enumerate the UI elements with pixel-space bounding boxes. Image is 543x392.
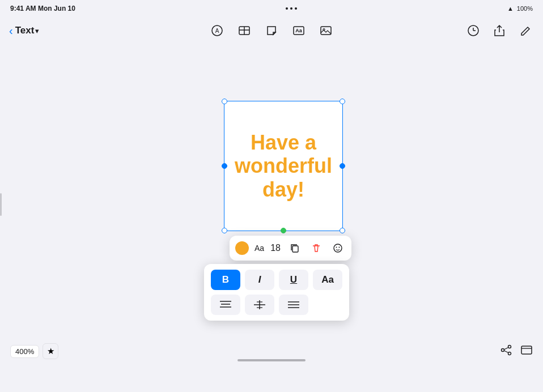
- bottom-right: [500, 344, 533, 359]
- copy-button[interactable]: [287, 240, 303, 256]
- text-content: Have a wonderful day!: [230, 131, 337, 201]
- format-popup: B I U Aa: [204, 264, 349, 321]
- handle-bottom-left[interactable]: [222, 228, 227, 233]
- handle-middle-right[interactable]: [340, 163, 345, 169]
- zoom-level[interactable]: 400%: [10, 345, 39, 358]
- svg-point-27: [508, 345, 511, 348]
- svg-rect-31: [521, 346, 532, 354]
- share-icon[interactable]: [491, 22, 508, 39]
- list-button[interactable]: [279, 295, 308, 315]
- dot-2: [290, 7, 292, 10]
- font-button[interactable]: Aa: [313, 270, 342, 290]
- sticky-note-icon[interactable]: [263, 22, 280, 39]
- svg-rect-7: [321, 27, 331, 35]
- align-button[interactable]: [211, 295, 240, 315]
- connect-icon[interactable]: [500, 344, 512, 359]
- font-size[interactable]: 18: [270, 243, 281, 253]
- table-icon[interactable]: [236, 22, 253, 39]
- document-title: Text: [15, 25, 35, 36]
- svg-point-13: [334, 244, 342, 252]
- svg-point-28: [508, 352, 511, 355]
- float-toolbar: Aa 18: [230, 236, 351, 261]
- battery-icon: 100%: [517, 5, 533, 12]
- canvas-area: Have a wonderful day! Aa 18: [0, 44, 543, 365]
- svg-rect-12: [292, 246, 298, 252]
- toolbar-right: [334, 22, 534, 39]
- image-insert-icon[interactable]: [317, 22, 334, 39]
- toolbar-center: A Aa: [209, 22, 334, 39]
- status-bar: 9:41 AM Mon Jun 10 ▲ 100%: [0, 0, 543, 17]
- dot-1: [286, 7, 288, 10]
- svg-point-14: [336, 247, 337, 248]
- zoom-badge: 400% ★: [10, 343, 58, 359]
- svg-text:A: A: [215, 28, 219, 34]
- bold-button[interactable]: B: [211, 270, 240, 290]
- status-center-dots: [286, 7, 297, 10]
- svg-line-30: [504, 351, 508, 353]
- handle-bottom-middle[interactable]: [281, 228, 286, 233]
- dot-3: [295, 7, 297, 10]
- text-insert-icon[interactable]: Aa: [290, 22, 307, 39]
- font-style-icon[interactable]: Aa: [254, 244, 264, 253]
- handle-top-right[interactable]: [340, 99, 345, 104]
- clock-icon[interactable]: [465, 22, 482, 39]
- scroll-indicator: [0, 193, 2, 216]
- main-toolbar: ‹ Text ▾ A: [0, 17, 543, 44]
- wifi-icon: ▲: [507, 5, 514, 12]
- color-swatch[interactable]: [235, 241, 249, 255]
- format-row-2: [211, 295, 342, 315]
- home-indicator: [237, 359, 306, 361]
- star-button[interactable]: ★: [43, 343, 58, 359]
- handle-bottom-right[interactable]: [340, 228, 345, 233]
- title-chevron-icon: ▾: [35, 27, 39, 35]
- svg-point-15: [339, 247, 340, 248]
- format-row-1: B I U Aa: [211, 270, 342, 290]
- svg-text:Aa: Aa: [295, 28, 302, 33]
- star-icon: ★: [47, 346, 54, 356]
- title-wrap[interactable]: Text ▾: [15, 25, 40, 36]
- edit-icon[interactable]: [517, 22, 534, 39]
- distribute-button[interactable]: [245, 295, 274, 315]
- shapes-icon[interactable]: A: [209, 22, 226, 39]
- handle-middle-left[interactable]: [222, 163, 227, 169]
- svg-point-26: [502, 348, 504, 351]
- toolbar-left: ‹ Text ▾: [9, 24, 209, 37]
- emoji-button[interactable]: [330, 240, 346, 256]
- status-right: ▲ 100%: [507, 5, 533, 12]
- svg-line-29: [504, 347, 508, 350]
- back-button[interactable]: ‹: [9, 24, 13, 37]
- underline-button[interactable]: U: [279, 270, 308, 290]
- expand-icon[interactable]: [520, 344, 533, 359]
- delete-button[interactable]: [308, 240, 324, 256]
- handle-top-left[interactable]: [222, 99, 227, 104]
- italic-button[interactable]: I: [245, 270, 274, 290]
- text-box[interactable]: Have a wonderful day!: [224, 101, 343, 231]
- status-time: 9:41 AM Mon Jun 10: [10, 5, 75, 12]
